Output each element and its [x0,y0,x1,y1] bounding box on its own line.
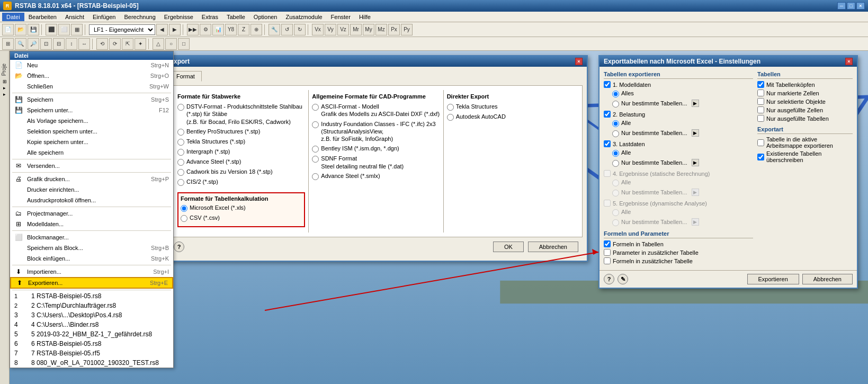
radio-dstv[interactable]: DSTV-Format - Produktschnittstelle Stahl… [177,103,305,126]
menu-item-speichern[interactable]: 💾 Speichern Strg+S [10,94,173,105]
excel-exportieren-btn[interactable]: Exportieren [747,274,799,284]
tb21[interactable]: ⊞ [2,38,14,50]
radio-autocad-input[interactable] [447,114,454,121]
check-aktive-mappe-input[interactable] [757,139,764,146]
menu-berechnung[interactable]: Berechnung [120,13,159,21]
menu-datei[interactable]: Datei [2,13,24,21]
check-ergebnisse-statisch-input[interactable] [604,170,611,177]
menu-item-ausdruckprotokoll[interactable]: Ausdruckprotokoll öffnen... [10,195,173,206]
check-nur-selektierte-input[interactable] [757,98,764,105]
tb9[interactable]: ⊕ [250,24,262,35]
radio-excel-input[interactable] [181,205,187,212]
tb18[interactable]: Mz [375,24,387,35]
menu-item-als-vorlage[interactable]: Als Vorlage speichern... [10,115,173,126]
recent-6[interactable]: 6 6 RSTAB-Beispiel-05.rs8 [10,339,173,349]
tb15[interactable]: Vz [337,24,349,35]
tb28[interactable]: ⟲ [96,38,108,50]
tb27[interactable]: ↔ [78,38,90,50]
next-btn[interactable]: ▶ [169,24,181,35]
radio-autocad[interactable]: Autodesk AutoCAD [447,113,575,121]
belastung-browse-btn[interactable]: ▶ [692,129,699,137]
radio-sdnf[interactable]: SDNF FormatSteel detailing neutral file … [312,155,440,170]
recent-7[interactable]: 7 7 RSTAB-Beispiel-05.rf5 [10,349,173,358]
check-modelldaten-input[interactable] [604,81,611,88]
radio-ascii-input[interactable] [312,104,319,111]
radio-alle-lastdaten-input[interactable] [612,150,619,157]
radio-nur-best-dynamisch-input[interactable] [612,219,619,226]
check-parameter-input[interactable] [604,249,611,256]
radio-alle-belastung-input[interactable] [612,120,619,127]
menu-tabelle[interactable]: Tabelle [222,13,249,21]
radio-alle-belastung[interactable]: Alle [612,119,753,127]
new-btn[interactable]: 📄 [2,24,14,35]
menu-hilfe[interactable]: Hilfe [355,13,375,21]
tb11[interactable]: ↺ [281,24,293,35]
radio-csv-input[interactable] [181,215,187,222]
export-help-btn[interactable]: ? [174,242,184,252]
radio-nur-best-modelldaten-input[interactable] [612,101,619,108]
check-formeln-zusaetzlich-input[interactable] [604,257,611,264]
close-window-btn[interactable]: × [856,2,865,10]
recent-3[interactable]: 3 3 C:\Users\...\Desktop\Pos.4.rs8 [10,310,173,320]
sidebar-icon2[interactable]: ▸ [1,92,8,97]
radio-ifc[interactable]: Industry Foundation Classes - IFC (*.ifc… [312,120,440,143]
menu-item-exportieren[interactable]: ⬆ Exportieren... Strg+E [10,277,173,289]
radio-nur-best-statisch-input[interactable] [612,190,619,197]
radio-bentley-input[interactable] [177,129,184,136]
prev-btn[interactable]: ◀ [156,24,168,35]
menu-item-importieren[interactable]: ⬇ Importieren... Strg+I [10,266,173,277]
menu-optionen[interactable]: Optionen [249,13,282,21]
export-close-btn[interactable]: × [575,58,583,65]
tb31[interactable]: ✦ [135,38,146,50]
radio-tekla-direct[interactable]: Tekla Structures [447,103,575,111]
tb17[interactable]: My [363,24,374,35]
statisch-browse-btn[interactable]: ▶ [692,189,699,196]
tb1[interactable]: ⬛ [46,24,57,35]
radio-intergraph[interactable]: Intergraph (*.stp) [177,148,305,156]
menu-item-blockmanager[interactable]: ⬜ Blockmanager... [10,232,173,243]
load-case-combo[interactable]: LF1 - Eigengewicht [89,24,155,35]
radio-nur-best-lastdaten[interactable]: Nur bestimmte Tabellen... ▶ [612,159,753,167]
check-existierende-input[interactable] [757,154,764,160]
radio-alles[interactable]: Alles [612,90,753,97]
radio-ifc-input[interactable] [312,121,319,128]
check-nur-ausgefuellte-zellen-input[interactable] [757,106,764,113]
save-btn[interactable]: 💾 [28,24,39,35]
export-cancel-btn[interactable]: Abbrechen [528,242,578,252]
radio-ascii[interactable]: ASCII-Format - ModellGrafik des Modells … [312,103,440,118]
excel-cancel-btn[interactable]: Abbrechen [802,274,853,284]
radio-csv[interactable]: CSV (*.csv) [181,214,302,222]
radio-cis2-input[interactable] [177,179,184,186]
radio-advance-stp[interactable]: Advance Steel (*.stp) [177,158,305,166]
tb33[interactable]: ○ [165,38,177,50]
check-belastung-input[interactable] [604,111,611,118]
menu-item-drucker[interactable]: Drucker einrichten... [10,184,173,195]
radio-sdnf-input[interactable] [312,156,319,163]
check-lastdaten-input[interactable] [604,140,611,147]
tb23[interactable]: 🔎 [28,38,39,50]
menu-item-kopie[interactable]: Kopie speichern unter... [10,137,173,147]
tb34[interactable]: □ [178,38,190,50]
recent-4[interactable]: 4 4 C:\Users\...\Binder.rs8 [10,320,173,329]
sidebar-expand[interactable]: ⊞ [1,79,8,84]
tb20[interactable]: Py [401,24,413,35]
radio-dstv-input[interactable] [177,104,184,111]
menu-item-projectmanager[interactable]: 🗂 Projectmanager... [10,208,173,219]
excel-edit-btn[interactable]: ✎ [618,274,628,284]
radio-alles-input[interactable] [612,91,619,97]
menu-item-selektion[interactable]: Selektion speichern unter... [10,126,173,137]
tb10[interactable]: 🔧 [269,24,280,35]
tb5[interactable]: ⚙ [200,24,211,35]
tb8[interactable]: Z [238,24,249,35]
radio-nur-best-lastdaten-input[interactable] [612,160,619,167]
tb4[interactable]: ▶▶ [187,24,199,35]
menu-ergebnisse[interactable]: Ergebnisse [160,13,198,21]
radio-cadwork[interactable]: Cadwork bis zu Version 18 (*.stp) [177,168,305,176]
radio-tekla-direct-input[interactable] [447,104,454,111]
tb22[interactable]: 🔍 [15,38,26,50]
menu-item-speichern-als-block[interactable]: Speichern als Block... Strg+B [10,243,173,253]
menu-item-oeffnen[interactable]: 📂 Öffnen... Strg+O [10,70,173,81]
radio-alle-dynamisch-input[interactable] [612,209,619,216]
radio-alle-lastdaten[interactable]: Alle [612,149,753,157]
tb29[interactable]: ⟳ [109,38,121,50]
